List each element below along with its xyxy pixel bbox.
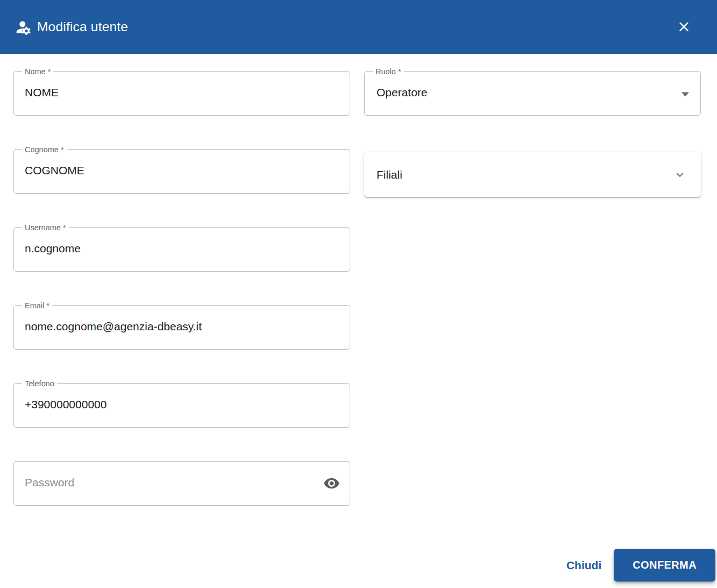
manage-accounts-icon bbox=[15, 18, 33, 36]
close-icon bbox=[676, 19, 692, 34]
form-right-column: Ruolo * Operatore Filiali bbox=[364, 71, 701, 539]
dialog-header: Modifica utente bbox=[0, 0, 717, 54]
ruolo-selected-value: Operatore bbox=[365, 72, 700, 115]
nome-input[interactable] bbox=[14, 72, 350, 115]
username-label: Username * bbox=[22, 222, 69, 233]
telefono-input[interactable] bbox=[14, 384, 350, 427]
email-input[interactable] bbox=[14, 306, 350, 349]
dialog-title: Modifica utente bbox=[37, 19, 128, 34]
cognome-field: Cognome * bbox=[13, 149, 350, 194]
dialog-body: Nome * Cognome * Username * Email * Tele… bbox=[0, 54, 717, 539]
telefono-label: Telefono bbox=[22, 378, 57, 389]
conferma-button[interactable]: CONFERMA bbox=[614, 549, 715, 582]
username-input[interactable] bbox=[14, 228, 350, 271]
dialog-actions: Chiudi CONFERMA bbox=[564, 549, 715, 582]
dropdown-arrow-icon bbox=[681, 92, 689, 96]
filiali-label: Filiali bbox=[377, 168, 402, 181]
password-input[interactable] bbox=[14, 462, 350, 505]
form-left-column: Nome * Cognome * Username * Email * Tele… bbox=[13, 71, 350, 539]
cognome-input[interactable] bbox=[14, 150, 350, 193]
filiali-expansion-panel[interactable]: Filiali bbox=[364, 152, 701, 197]
visibility-eye-icon bbox=[323, 475, 340, 492]
nome-label: Nome * bbox=[22, 66, 53, 77]
chiudi-button[interactable]: Chiudi bbox=[564, 555, 604, 576]
email-label: Email * bbox=[22, 300, 52, 311]
chevron-down-icon bbox=[673, 168, 687, 182]
close-button[interactable] bbox=[673, 16, 694, 37]
edit-user-dialog: Modifica utente Nome * Cognome * Usernam… bbox=[0, 0, 717, 539]
toggle-password-visibility-button[interactable] bbox=[321, 473, 342, 494]
cognome-label: Cognome * bbox=[22, 144, 67, 155]
password-field bbox=[13, 461, 350, 506]
nome-field: Nome * bbox=[13, 71, 350, 116]
telefono-field: Telefono bbox=[13, 383, 350, 428]
username-field: Username * bbox=[13, 227, 350, 272]
ruolo-label: Ruolo * bbox=[373, 66, 404, 77]
ruolo-select[interactable]: Ruolo * Operatore bbox=[364, 71, 701, 116]
email-field: Email * bbox=[13, 305, 350, 350]
